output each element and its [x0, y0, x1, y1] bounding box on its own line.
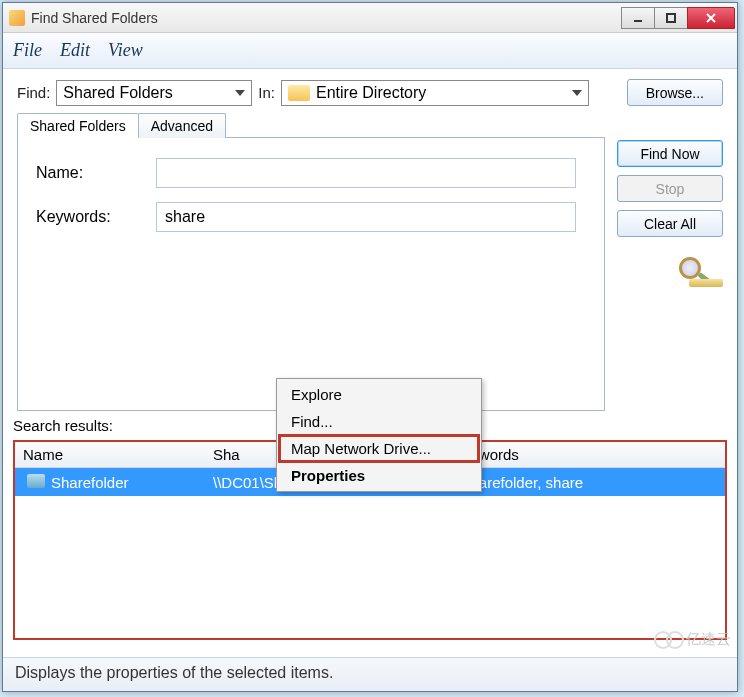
in-scope-combo[interactable]: Entire Directory: [281, 80, 589, 106]
tab-shared-folders[interactable]: Shared Folders: [17, 113, 139, 138]
share-icon: [27, 474, 45, 488]
name-input[interactable]: [156, 158, 576, 188]
titlebar[interactable]: Find Shared Folders: [3, 3, 737, 33]
menu-view[interactable]: View: [108, 40, 143, 61]
keywords-input[interactable]: [156, 202, 576, 232]
find-now-button[interactable]: Find Now: [617, 140, 723, 167]
row-name: Sharefolder: [51, 474, 129, 491]
cm-properties[interactable]: Properties: [279, 462, 479, 489]
maximize-button[interactable]: [654, 7, 688, 29]
app-icon: [9, 10, 25, 26]
menu-edit[interactable]: Edit: [60, 40, 90, 61]
col-keywords[interactable]: eywords: [455, 446, 725, 463]
search-icon: [675, 255, 723, 287]
close-button[interactable]: [687, 7, 735, 29]
in-label: In:: [258, 84, 275, 101]
cm-map-network-drive[interactable]: Map Network Drive...: [279, 435, 479, 462]
keywords-label: Keywords:: [36, 208, 156, 226]
window-controls: [622, 7, 735, 29]
clear-all-button[interactable]: Clear All: [617, 210, 723, 237]
find-shared-folders-window: Find Shared Folders File Edit View Find:…: [2, 2, 738, 692]
tab-panel: Shared Folders Advanced Name: Keywords:: [17, 112, 605, 411]
toolbar: Find: Shared Folders In: Entire Director…: [3, 69, 737, 112]
folder-icon: [288, 85, 310, 101]
name-label: Name:: [36, 164, 156, 182]
cm-explore[interactable]: Explore: [279, 381, 479, 408]
tab-advanced[interactable]: Advanced: [138, 113, 226, 138]
in-scope-value: Entire Directory: [316, 84, 426, 102]
tabs: Shared Folders Advanced: [17, 113, 605, 138]
chevron-down-icon: [235, 90, 245, 96]
svg-rect-1: [667, 14, 675, 22]
menubar: File Edit View: [3, 33, 737, 69]
row-keywords: sharefolder, share: [455, 474, 725, 491]
stop-button: Stop: [617, 175, 723, 202]
window-title: Find Shared Folders: [31, 10, 622, 26]
body-area: Shared Folders Advanced Name: Keywords: …: [3, 112, 737, 411]
chevron-down-icon: [572, 90, 582, 96]
browse-button[interactable]: Browse...: [627, 79, 723, 106]
find-type-combo[interactable]: Shared Folders: [56, 80, 252, 106]
find-label: Find:: [17, 84, 50, 101]
status-bar: Displays the properties of the selected …: [3, 657, 737, 691]
watermark-text: 亿速云: [686, 630, 731, 649]
menu-file[interactable]: File: [13, 40, 42, 61]
cm-find[interactable]: Find...: [279, 408, 479, 435]
context-menu: Explore Find... Map Network Drive... Pro…: [276, 378, 482, 492]
find-type-value: Shared Folders: [63, 84, 172, 102]
side-buttons: Find Now Stop Clear All: [617, 112, 723, 411]
minimize-button[interactable]: [621, 7, 655, 29]
search-form: Name: Keywords:: [17, 137, 605, 411]
col-name[interactable]: Name: [15, 446, 205, 463]
watermark: 亿速云: [654, 630, 731, 649]
